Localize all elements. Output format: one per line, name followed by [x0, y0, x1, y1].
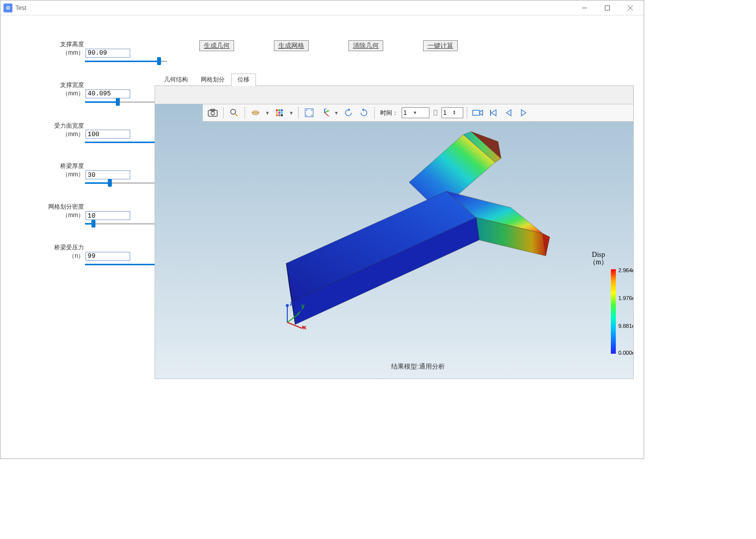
svg-point-7	[231, 109, 236, 114]
svg-rect-1	[605, 5, 610, 10]
video-icon[interactable]	[471, 106, 485, 120]
svg-rect-11	[276, 109, 278, 111]
legend-colorbar: 2.964e-06 1.976e-06 9.881e-07 0.000e+00	[611, 269, 616, 354]
param-row: 桥梁厚度（mm）	[40, 162, 137, 184]
param-row: 桥梁受压力（n）	[40, 243, 137, 266]
legend-tick: 1.976e-06	[618, 295, 634, 301]
tab-mesh[interactable]: 网格划分	[194, 74, 231, 86]
time-combo[interactable]: 1▼	[402, 107, 429, 118]
generate-mesh-button[interactable]: 生成网格	[274, 40, 309, 51]
zoom-icon[interactable]	[227, 106, 241, 120]
play-icon[interactable]	[517, 106, 531, 120]
svg-line-8	[235, 114, 238, 116]
skip-start-icon[interactable]	[486, 106, 500, 120]
svg-text:y: y	[328, 109, 330, 112]
color-legend: Disp（m） 2.964e-06 1.976e-06 9.881e-07 0.…	[574, 251, 623, 354]
viewport-toolbar: ▼ ▼ zyx ▼ 时间： 1▼ 1▲▼	[203, 104, 633, 122]
rotate-ccw-icon[interactable]	[341, 106, 355, 120]
svg-rect-13	[281, 109, 283, 111]
param-row: 支撑宽度（mm）	[40, 81, 137, 103]
color-cube-icon[interactable]	[272, 106, 286, 120]
viewport-3d[interactable]: ▼ ▼ zyx ▼ 时间： 1▼ 1▲▼	[155, 86, 634, 379]
svg-rect-17	[276, 114, 278, 116]
legend-tick: 2.964e-06	[618, 267, 634, 273]
svg-rect-14	[276, 112, 278, 114]
param-label: 支撑高度（mm）	[40, 40, 84, 57]
content-area: 支撑高度（mm） 支撑宽度（mm） 受力面宽度（mm） 桥梁厚度（mm） 网格划…	[0, 15, 644, 459]
axes-dropdown[interactable]: ▼	[333, 110, 340, 116]
one-click-compute-button[interactable]: 一键计算	[423, 40, 458, 51]
param-input[interactable]	[85, 252, 130, 261]
z-axis-label: z	[290, 300, 293, 307]
param-label: 桥梁受压力（n）	[40, 243, 84, 260]
generate-geometry-button[interactable]: 生成几何	[199, 40, 234, 51]
tab-displacement[interactable]: 位移	[231, 74, 256, 86]
svg-line-59	[287, 322, 302, 328]
rotate-cw-icon[interactable]	[357, 106, 371, 120]
param-label: 受力面宽度（mm）	[40, 122, 84, 139]
svg-marker-35	[521, 110, 526, 116]
param-label: 支撑宽度（mm）	[40, 81, 84, 98]
screenshot-icon[interactable]	[206, 106, 220, 120]
clear-geometry-button[interactable]: 清除几何	[348, 40, 383, 51]
svg-marker-58	[297, 310, 301, 313]
scrub-handle-icon[interactable]	[431, 106, 440, 120]
svg-line-23	[325, 113, 328, 116]
svg-point-5	[211, 112, 215, 115]
parameter-panel: 支撑高度（mm） 支撑宽度（mm） 受力面宽度（mm） 桥梁厚度（mm） 网格划…	[5, 40, 140, 454]
close-button[interactable]	[619, 1, 642, 15]
step-back-icon[interactable]	[502, 106, 515, 120]
step-combo[interactable]: 1▲▼	[441, 107, 463, 118]
svg-rect-30	[473, 110, 480, 115]
tab-bar: 几何结构 网格划分 位移	[155, 74, 634, 86]
clip-dropdown[interactable]: ▼	[264, 110, 271, 116]
svg-point-56	[286, 304, 289, 307]
param-row: 网格划分密度（mm）	[40, 203, 137, 225]
svg-rect-12	[278, 109, 280, 111]
svg-rect-29	[434, 110, 437, 115]
time-label: 时间：	[380, 109, 398, 117]
svg-rect-16	[281, 112, 283, 114]
minimize-button[interactable]	[573, 1, 596, 15]
model-caption: 结果模型:通用分析	[391, 362, 445, 371]
y-axis-label: y	[301, 303, 305, 309]
svg-line-22	[325, 111, 328, 113]
param-row: 支撑高度（mm）	[40, 40, 137, 63]
legend-tick: 0.000e+00	[618, 350, 634, 356]
param-label: 桥梁厚度（mm）	[40, 162, 84, 179]
color-dropdown[interactable]: ▼	[288, 110, 295, 116]
axes-view-icon[interactable]: zyx	[318, 106, 332, 120]
titlebar: ✿ Test	[0, 0, 644, 15]
param-input[interactable]	[85, 170, 130, 179]
svg-rect-19	[281, 114, 283, 116]
legend-tick: 9.881e-07	[618, 323, 634, 329]
svg-text:z: z	[325, 108, 327, 110]
maximize-button[interactable]	[596, 1, 619, 15]
svg-marker-27	[348, 108, 350, 111]
fit-view-icon[interactable]	[302, 106, 316, 120]
param-input[interactable]	[85, 211, 130, 220]
action-bar: 生成几何 生成网格 清除几何 一键计算	[155, 40, 634, 51]
svg-marker-28	[362, 108, 364, 111]
svg-rect-18	[278, 114, 280, 116]
app-icon: ✿	[3, 3, 12, 12]
svg-marker-34	[506, 110, 511, 116]
render-canvas[interactable]: z y x Disp（m） 2.964e-06 1.976e-06 9.881e…	[203, 122, 633, 379]
param-input[interactable]	[85, 49, 130, 58]
tab-geometry[interactable]: 几何结构	[158, 74, 194, 86]
svg-text:x: x	[328, 114, 330, 117]
param-input[interactable]	[85, 89, 130, 98]
param-row: 受力面宽度（mm）	[40, 122, 137, 144]
clip-plane-icon[interactable]	[249, 106, 262, 120]
param-input[interactable]	[85, 130, 130, 139]
axis-triad: z y x	[277, 303, 312, 334]
main-area: 生成几何 生成网格 清除几何 一键计算 几何结构 网格划分 位移 ▼	[140, 40, 639, 454]
svg-rect-15	[278, 112, 280, 114]
svg-marker-33	[492, 110, 496, 116]
x-axis-label: x	[303, 324, 307, 331]
param-label: 网格划分密度（mm）	[40, 203, 84, 220]
param-slider[interactable]	[85, 60, 167, 63]
viewport-header	[155, 86, 633, 104]
svg-line-57	[287, 313, 299, 322]
legend-title: Disp（m）	[574, 251, 623, 266]
